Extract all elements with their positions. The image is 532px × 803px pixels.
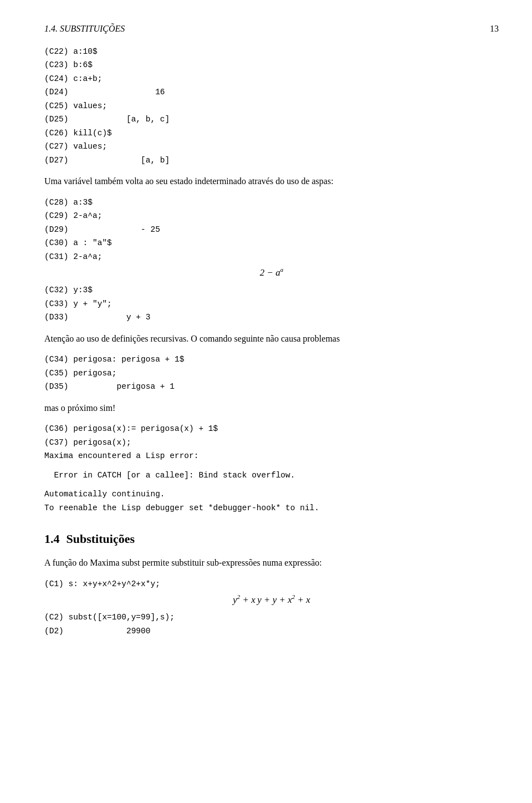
- section-heading: 1.4Substituições: [44, 530, 499, 548]
- code-line: (C29) 2-a^a;: [44, 210, 499, 222]
- code-line: (C32) y:3$: [44, 284, 499, 296]
- code-line: (C27) values;: [44, 140, 499, 153]
- code-line: (C26) kill(c)$: [44, 127, 499, 139]
- code-line: Maxima encountered a Lisp error:: [44, 450, 499, 462]
- code-line: (C25) values;: [44, 100, 499, 112]
- code-line: (C34) perigosa: perigosa + 1$: [44, 353, 499, 365]
- code-line: (C22) a:10$: [44, 45, 499, 58]
- code-line: (C24) c:a+b;: [44, 73, 499, 85]
- math-display: y2 + x y + y + x2 + x: [44, 592, 499, 607]
- code-line: Error in CATCH [or a callee]: Bind stack…: [44, 469, 499, 481]
- blank-line: [44, 464, 499, 469]
- code-line: (C31) 2-a^a;: [44, 251, 499, 263]
- chapter-title: 1.4. SUBSTITUIÇÕES: [44, 22, 125, 35]
- code-line: To reenable the Lisp debugger set *debug…: [44, 502, 499, 514]
- code-line: (C2) subst([x=100,y=99],s);: [44, 611, 499, 623]
- output-line: (D33) y + 3: [44, 311, 499, 323]
- code-line: (C23) b:6$: [44, 59, 499, 71]
- page-header: 1.4. SUBSTITUIÇÕES 13: [44, 22, 499, 35]
- prose-text: A função do Maxima subst permite substit…: [44, 556, 499, 570]
- code-line: Automatically continuing.: [44, 488, 499, 500]
- blank-line: [44, 482, 499, 488]
- section-title: Substituições: [66, 532, 135, 546]
- code-line: (C30) a : "a"$: [44, 237, 499, 249]
- code-line: (C28) a:3$: [44, 196, 499, 209]
- code-line: (C33) y + "y";: [44, 298, 499, 310]
- code-line: (C37) perigosa(x);: [44, 436, 499, 449]
- math-display: 2 − aa: [44, 265, 499, 279]
- prose-text: Uma variável também volta ao seu estado …: [44, 174, 499, 189]
- section-number: 1.4: [44, 532, 60, 546]
- page-number: 13: [490, 22, 499, 35]
- prose-text: Atenção ao uso de definições recursivas.…: [44, 332, 499, 346]
- output-line: (D24) 16: [44, 86, 499, 98]
- code-line: (C36) perigosa(x):= perigosa(x) + 1$: [44, 423, 499, 435]
- code-line: (C35) perigosa;: [44, 367, 499, 379]
- output-line: (D2) 29900: [44, 625, 499, 637]
- code-line: (C1) s: x+y+x^2+y^2+x*y;: [44, 578, 499, 590]
- output-line: (D25) [a, b, c]: [44, 113, 499, 125]
- page-content: (C22) a:10$(C23) b:6$(C24) c:a+b;(D24) 1…: [44, 45, 499, 637]
- output-line: (D35) perigosa + 1: [44, 380, 499, 393]
- prose-text: mas o próximo sim!: [44, 401, 499, 415]
- output-line: (D29) - 25: [44, 223, 499, 236]
- output-line: (D27) [a, b]: [44, 154, 499, 166]
